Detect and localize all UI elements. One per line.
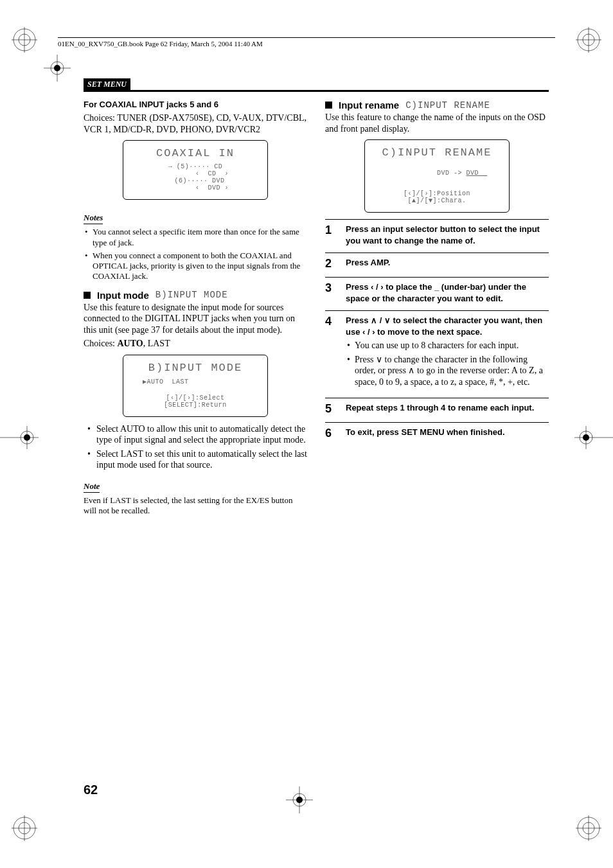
- display-line: ▶AUTO LAST: [131, 378, 260, 385]
- input-mode-choices: Choices: AUTO, LAST: [84, 338, 307, 350]
- display-hint: [‹]/[›]:Position: [373, 190, 501, 197]
- input-rename-body: Use this feature to change the name of t…: [325, 112, 549, 134]
- step-text: Press ‹ / › to place the _ (under-bar) u…: [346, 281, 549, 304]
- display-line-prefix: DVD ->: [437, 170, 466, 177]
- content: SET MENU For COAXIAL INPUT jacks 5 and 6…: [84, 78, 549, 778]
- display-line: (6)····· DVD: [131, 177, 260, 184]
- page: 01EN_00_RXV750_GB.book Page 62 Friday, M…: [0, 0, 613, 868]
- svg-point-27: [54, 65, 60, 71]
- step-number: 3: [325, 281, 337, 304]
- crop-cross-icon: [286, 786, 313, 813]
- left-column: For COAXIAL INPUT jacks 5 and 6 Choices:…: [84, 96, 307, 518]
- step-3: 3 Press ‹ / › to place the _ (under-bar)…: [325, 277, 549, 310]
- square-bullet-icon: [325, 102, 332, 109]
- inputmode-display: B)INPUT MODE ▶AUTO LAST [‹]/[›]:Select […: [123, 355, 268, 417]
- note-item: When you connect a component to both the…: [84, 251, 307, 282]
- choice-auto: AUTO: [118, 339, 143, 348]
- input-mode-bullets: Select AUTO to allow this unit to automa…: [84, 423, 307, 471]
- display-title: COAXIAL IN: [131, 147, 260, 159]
- svg-point-23: [583, 434, 589, 441]
- input-mode-body: Use this feature to designate the input …: [84, 302, 307, 336]
- step-text: Press AMP.: [346, 257, 549, 270]
- page-number: 62: [84, 783, 98, 797]
- section-label: SET MENU: [84, 78, 130, 91]
- choices-prefix: Choices:: [84, 339, 118, 348]
- note-text: Even if LAST is selected, the last setti…: [84, 495, 307, 517]
- step-1: 1 Press an input selector button to sele…: [325, 219, 549, 252]
- heading-text: Input mode: [97, 290, 149, 301]
- notes-label: Notes: [84, 213, 103, 224]
- svg-point-31: [296, 797, 303, 803]
- step-number: 2: [325, 257, 337, 270]
- step-number: 6: [325, 427, 337, 440]
- coaxial-body: Choices: TUNER (DSP-AX750SE), CD, V-AUX,…: [84, 112, 307, 135]
- print-regmark-icon: [576, 27, 601, 53]
- notes-list: You cannot select a specific item more t…: [84, 227, 307, 281]
- svg-point-19: [24, 434, 30, 441]
- display-hint: [▲]/[▼]:Chara.: [373, 197, 501, 204]
- bullet-item: Select LAST to set this unit to automati…: [84, 448, 307, 471]
- coaxial-heading: For COAXIAL INPUT jacks 5 and 6: [84, 100, 307, 110]
- step-text: To exit, press SET MENU when finished.: [346, 427, 549, 440]
- note-label: Note: [84, 481, 100, 493]
- right-column: Input rename C)INPUT RENAME Use this fea…: [325, 96, 549, 518]
- step-number: 1: [325, 224, 337, 246]
- step-text: Press an input selector button to select…: [346, 224, 549, 246]
- crop-cross-icon: [574, 424, 613, 451]
- book-header: 01EN_00_RXV750_GB.book Page 62 Friday, M…: [58, 37, 555, 48]
- display-line: DVD -> DVD: [373, 163, 501, 184]
- step-bullet: Press ∨ to change the character in the f…: [346, 354, 549, 388]
- coaxial-display: COAXIAL IN → (5)····· CD ‹ CD › (6)·····…: [123, 140, 268, 200]
- square-bullet-icon: [84, 292, 91, 299]
- inputrename-display: C)INPUT RENAME DVD -> DVD [‹]/[›]:Positi…: [364, 139, 510, 213]
- choice-rest: , LAST: [143, 339, 170, 348]
- crop-cross-icon: [44, 55, 71, 82]
- step-2: 2 Press AMP.: [325, 252, 549, 277]
- step-number: 5: [325, 402, 337, 416]
- display-hint: [SELECT]:Return: [131, 402, 260, 409]
- display-line: ‹ CD ›: [131, 170, 260, 177]
- input-mode-heading: Input mode B)INPUT MODE: [84, 290, 307, 301]
- heading-code: B)INPUT MODE: [155, 290, 228, 300]
- display-line: → (5)····· CD: [131, 163, 260, 170]
- step-text: Repeat steps 1 through 4 to rename each …: [346, 402, 549, 416]
- display-line: ‹ DVD ›: [131, 184, 260, 191]
- step-4: 4 Press ∧ / ∨ to select the character yo…: [325, 310, 549, 398]
- heading-code: C)INPUT RENAME: [405, 100, 490, 111]
- bullet-item: Select AUTO to allow this unit to automa…: [84, 423, 307, 446]
- display-line-underlined: DVD: [466, 170, 488, 177]
- input-rename-heading: Input rename C)INPUT RENAME: [325, 100, 549, 111]
- display-title: B)INPUT MODE: [131, 362, 260, 374]
- display-title: C)INPUT RENAME: [373, 146, 501, 159]
- bookmark-text: 01EN_00_RXV750_GB.book Page 62 Friday, M…: [58, 40, 263, 48]
- step-bullet: You can use up to 8 characters for each …: [346, 340, 549, 351]
- print-regmark-icon: [576, 815, 601, 841]
- crop-cross-icon: [0, 424, 39, 451]
- step-number: 4: [325, 315, 337, 391]
- print-regmark-icon: [12, 27, 37, 53]
- print-regmark-icon: [12, 815, 37, 841]
- step-text: Press ∧ / ∨ to select the character you …: [346, 315, 549, 337]
- display-hint: [‹]/[›]:Select: [131, 394, 260, 402]
- step-5: 5 Repeat steps 1 through 4 to rename eac…: [325, 398, 549, 422]
- section-rule: [84, 90, 549, 92]
- note-item: You cannot select a specific item more t…: [84, 227, 307, 248]
- heading-text: Input rename: [339, 100, 399, 111]
- step-6: 6 To exit, press SET MENU when finished.: [325, 422, 549, 447]
